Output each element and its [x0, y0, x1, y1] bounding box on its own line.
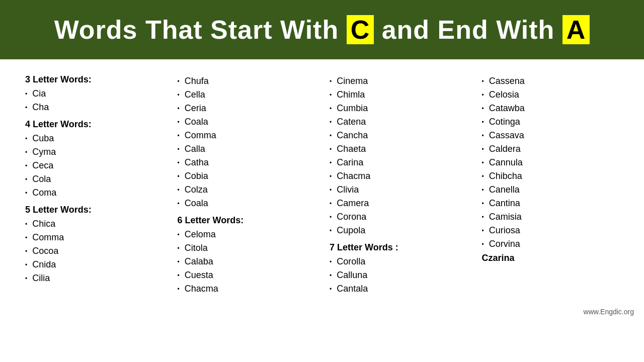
list-item: Cantina	[482, 197, 619, 210]
list-item: Calla	[178, 142, 315, 156]
list-item: Chufa	[178, 74, 315, 88]
word-text: Curiosa	[489, 225, 520, 236]
word-text: Cassena	[489, 76, 525, 86]
word-text: Celosia	[489, 89, 519, 100]
list-item: Cantala	[330, 282, 467, 296]
list-item: Coala	[178, 197, 315, 210]
word-text: Cha	[32, 102, 49, 113]
word-text: Coma	[32, 188, 56, 198]
list-item: Cyma	[25, 145, 163, 159]
word-text: Citola	[185, 243, 208, 253]
word-text: Catawba	[489, 103, 525, 114]
list-item: Chaeta	[330, 142, 467, 156]
content-area: 3 Letter Words:CiaCha4 Letter Words:Cuba…	[0, 59, 644, 306]
highlight-c: C	[347, 15, 374, 44]
word-text: Cantina	[489, 198, 520, 209]
list-item: Ceca	[25, 159, 163, 172]
word-text: Carina	[337, 157, 363, 168]
word-list-3-1: CinemaChimlaCumbiaCatenaCanchaChaetaCari…	[330, 74, 467, 237]
word-text: Chufa	[185, 76, 209, 86]
list-item: Cassava	[482, 129, 619, 142]
list-item: Cancha	[330, 129, 467, 142]
word-text: Cuesta	[185, 270, 213, 281]
list-item: Celoma	[178, 228, 315, 241]
word-text: Calluna	[337, 270, 367, 281]
list-item: Chacma	[330, 169, 467, 183]
highlight-a: A	[562, 15, 590, 44]
word-text: Coala	[185, 117, 208, 127]
word-text: Cnida	[32, 259, 56, 270]
list-item: Catena	[330, 115, 467, 129]
word-list-2-2: CelomaCitolaCalabaCuestaChacma	[178, 228, 315, 296]
list-item: Cannula	[482, 156, 619, 169]
word-text: Colza	[185, 185, 208, 195]
list-item: Cola	[25, 172, 163, 186]
list-item: Chimla	[330, 88, 467, 102]
list-item: Colza	[178, 183, 315, 197]
word-text: Ceca	[32, 160, 53, 171]
list-item: Coma	[25, 186, 163, 200]
list-item: Cocoa	[25, 244, 163, 258]
list-item: Coala	[178, 115, 315, 129]
word-text: Corolla	[337, 256, 365, 267]
section-heading-1-1: 3 Letter Words:	[25, 74, 163, 85]
website-url: www.Engdic.org	[584, 308, 634, 316]
word-list-2-1: ChufaCellaCeriaCoalaCommaCallaCathaCobia…	[178, 74, 315, 210]
word-text: Cannula	[489, 157, 523, 168]
word-text: Catha	[185, 157, 209, 168]
list-item: Caldera	[482, 142, 619, 156]
list-item: Canella	[482, 183, 619, 197]
column-4: CassenaCelosiaCatawbaCotingaCassavaCalde…	[477, 69, 624, 296]
list-item: Cassena	[482, 74, 619, 88]
word-text: Calaba	[185, 256, 213, 267]
word-text: Comma	[32, 232, 64, 243]
list-item: Cupola	[330, 224, 467, 237]
word-list-4-1: CassenaCelosiaCatawbaCotingaCassavaCalde…	[482, 74, 619, 251]
list-item: Cnida	[25, 258, 163, 272]
list-item: Carina	[330, 156, 467, 169]
word-text: Cotinga	[489, 117, 520, 127]
word-text: Cocoa	[32, 246, 58, 256]
word-text: Caldera	[489, 144, 521, 154]
list-item: Comma	[25, 231, 163, 244]
list-item: Calluna	[330, 268, 467, 282]
word-text: Corona	[337, 212, 366, 222]
title-text-before: Words That Start With	[54, 15, 339, 44]
column-3: CinemaChimlaCumbiaCatenaCanchaChaetaCari…	[325, 69, 472, 296]
list-item: Chacma	[178, 282, 315, 296]
list-item: Chibcha	[482, 169, 619, 183]
word-text: Clivia	[337, 185, 359, 195]
section-heading-2-2: 6 Letter Words:	[178, 215, 315, 226]
list-item: Catawba	[482, 102, 619, 115]
word-text: Corvina	[489, 239, 520, 249]
section-heading-1-2: 4 Letter Words:	[25, 119, 163, 130]
word-text: Canella	[489, 185, 520, 195]
list-item: Clivia	[330, 183, 467, 197]
list-item: Cuesta	[178, 268, 315, 282]
word-text: Cinema	[337, 76, 368, 86]
word-list-1-3: ChicaCommaCocoaCnidaCilia	[25, 217, 163, 285]
word-text: Chibcha	[489, 171, 522, 182]
list-item: Celosia	[482, 88, 619, 102]
word-text: Chacma	[337, 171, 370, 182]
list-item: Cella	[178, 88, 315, 102]
list-item: Cotinga	[482, 115, 619, 129]
word-text: Cola	[32, 174, 51, 185]
word-text: Cantala	[337, 284, 368, 294]
list-item: Catha	[178, 156, 315, 169]
list-item: Cha	[25, 101, 163, 114]
column-1: 3 Letter Words:CiaCha4 Letter Words:Cuba…	[20, 69, 168, 296]
list-item: Calaba	[178, 255, 315, 268]
word-text: Catena	[337, 117, 366, 127]
word-text: Cupola	[337, 225, 365, 236]
list-item: Corolla	[330, 255, 467, 268]
list-item: Cumbia	[330, 102, 467, 115]
word-text: Chimla	[337, 89, 365, 100]
word-text: Cuba	[32, 133, 54, 144]
list-item: Cinema	[330, 74, 467, 88]
extra-word: Czarina	[482, 253, 619, 263]
word-list-1-2: CubaCymaCecaColaComa	[25, 132, 163, 200]
list-item: Cilia	[25, 272, 163, 285]
word-text: Ceria	[185, 103, 206, 114]
list-item: Camera	[330, 197, 467, 210]
